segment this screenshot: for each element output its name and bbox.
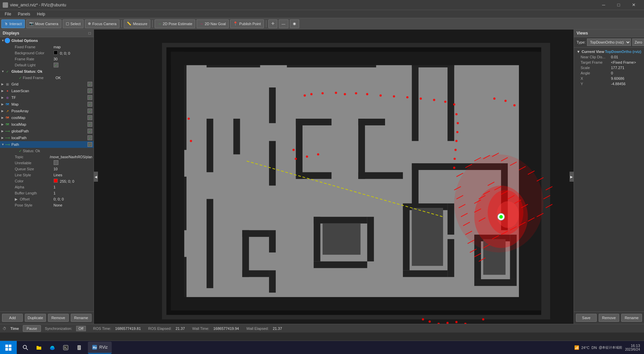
- costmap-checkbox[interactable]: [88, 115, 92, 120]
- path-offset-value[interactable]: 0; 0; 0: [54, 197, 93, 201]
- globalpath-row[interactable]: ▶ ⟶ globalPath: [0, 128, 94, 134]
- interact-button[interactable]: 🖱 Interact: [1, 19, 25, 28]
- views-zero-button[interactable]: Zero: [632, 39, 644, 46]
- global-status-row[interactable]: ▼ ✓ Global Status: Ok: [0, 68, 94, 75]
- add-button[interactable]: Add: [2, 314, 23, 322]
- path-arrow[interactable]: ▼: [1, 143, 5, 146]
- svg-rect-19: [447, 61, 454, 141]
- path-row[interactable]: ▼ ⟶ Path: [0, 141, 94, 148]
- svg-point-142: [23, 345, 26, 349]
- expand-arrow[interactable]: ▼: [577, 50, 580, 54]
- localpath-icon: ⟶: [5, 135, 10, 140]
- extra-btn-2[interactable]: —: [279, 19, 288, 28]
- localmap-arrow[interactable]: ▶: [1, 123, 5, 126]
- map-row[interactable]: ▶ 🗺 Map: [0, 101, 94, 108]
- globalpath-arrow[interactable]: ▶: [1, 129, 5, 133]
- bg-color-swatch: [54, 51, 58, 55]
- viewport[interactable]: ◀: [94, 30, 574, 324]
- displays-collapse-icon[interactable]: □: [89, 31, 91, 36]
- y-value[interactable]: -4.88456: [611, 82, 642, 86]
- sync-value[interactable]: Off: [76, 326, 86, 331]
- grid-arrow[interactable]: ▶: [1, 82, 5, 86]
- extra-btn-1[interactable]: ✛: [268, 19, 277, 28]
- rename-button[interactable]: Rename: [71, 314, 92, 322]
- path-topic-value[interactable]: /move_base/NavfnROS/plan: [50, 155, 92, 159]
- localmap-row[interactable]: ▶ 🗺 localMap: [0, 121, 94, 128]
- remove-button[interactable]: Remove: [48, 314, 69, 322]
- map-arrow[interactable]: ▶: [1, 103, 5, 106]
- default-light-value[interactable]: [54, 63, 93, 67]
- costmap-row[interactable]: ▶ 🗺 costMap: [0, 114, 94, 121]
- tf-row[interactable]: ▶ ⊗ TF: [0, 94, 94, 101]
- rviz-taskbar-app[interactable]: Rv RViz: [88, 342, 112, 354]
- target-frame-value[interactable]: <Fixed Frame>: [611, 60, 642, 64]
- path-buffer-value[interactable]: 1: [54, 191, 93, 195]
- tf-arrow[interactable]: ▶: [1, 96, 5, 99]
- path-unreliable-label: Unreliable: [1, 161, 54, 165]
- edge-btn[interactable]: [46, 342, 58, 354]
- pause-button[interactable]: Pause: [23, 325, 41, 332]
- global-options-arrow[interactable]: ▼: [1, 39, 5, 42]
- select-button[interactable]: ▢ Select: [63, 19, 84, 28]
- views-rename-button[interactable]: Rename: [621, 314, 642, 322]
- scale-value[interactable]: 177.271: [611, 66, 642, 70]
- global-options-row[interactable]: ▼ 🌐 Global Options: [0, 37, 94, 44]
- global-status-arrow[interactable]: ▼: [1, 70, 5, 73]
- x-value[interactable]: 9.60686: [611, 76, 642, 80]
- menu-help[interactable]: Help: [34, 11, 49, 17]
- costmap-arrow[interactable]: ▶: [1, 116, 5, 119]
- bg-color-value[interactable]: 0; 0; 0: [54, 51, 93, 55]
- frame-rate-value[interactable]: 30: [54, 57, 93, 61]
- extra-btn-3[interactable]: ◉: [290, 19, 299, 28]
- publish-point-button[interactable]: 📍 Publish Point: [230, 19, 264, 28]
- terminal-btn[interactable]: [60, 342, 72, 354]
- path-posestyle-value[interactable]: None: [54, 203, 93, 207]
- localpath-checkbox[interactable]: [88, 135, 92, 140]
- localpath-arrow[interactable]: ▶: [1, 136, 5, 139]
- focus-camera-button[interactable]: ⊕ Focus Camera: [85, 19, 119, 28]
- measure-button[interactable]: 📏 Measure: [124, 19, 150, 28]
- path-alpha-value[interactable]: 1: [54, 185, 93, 189]
- search-taskbar-btn[interactable]: [19, 342, 32, 354]
- collapse-right-btn[interactable]: ▶: [570, 172, 574, 182]
- laserscan-arrow[interactable]: ▶: [1, 89, 5, 93]
- path-unreliable-checkbox[interactable]: [54, 160, 58, 165]
- views-remove-button[interactable]: Remove: [599, 314, 620, 322]
- grid-checkbox[interactable]: [88, 82, 92, 86]
- nav-goal-button[interactable]: → 2D Nav Goal: [197, 19, 229, 28]
- minimize-button[interactable]: ─: [596, 0, 611, 10]
- collapse-left-btn[interactable]: ◀: [94, 172, 98, 182]
- path-unreliable-value[interactable]: [54, 160, 93, 166]
- tf-checkbox[interactable]: [88, 95, 92, 100]
- start-button[interactable]: [0, 341, 17, 354]
- laserscan-checkbox[interactable]: [88, 88, 92, 93]
- duplicate-button[interactable]: Duplicate: [25, 314, 46, 322]
- map-checkbox[interactable]: [88, 102, 92, 107]
- posearray-row[interactable]: ▶ ↗ PoseArray: [0, 108, 94, 114]
- angle-value[interactable]: 0: [611, 71, 642, 75]
- pose-estimate-button[interactable]: → 2D Pose Estimate: [155, 19, 195, 28]
- close-button[interactable]: ✕: [626, 0, 641, 10]
- laserscan-row[interactable]: ▶ ✦ LaserScan: [0, 87, 94, 94]
- localmap-checkbox[interactable]: [88, 122, 92, 127]
- globalpath-checkbox[interactable]: [88, 129, 92, 133]
- posearray-arrow[interactable]: ▶: [1, 109, 5, 113]
- grid-row[interactable]: ▶ ⊞ Grid: [0, 81, 94, 87]
- path-linestyle-value[interactable]: Lines: [54, 173, 93, 177]
- move-camera-button[interactable]: 📷 Move Camera: [26, 19, 61, 28]
- path-color-value[interactable]: 255; 0; 0: [54, 179, 93, 183]
- menu-panels[interactable]: Panels: [14, 11, 34, 17]
- path-queue-value[interactable]: 10: [54, 167, 93, 171]
- posearray-checkbox[interactable]: [88, 109, 92, 113]
- maximize-button[interactable]: □: [611, 0, 626, 10]
- views-type-select[interactable]: TopDownOrtho (rviz): [587, 39, 631, 46]
- localpath-row[interactable]: ▶ ⟶ localPath: [0, 134, 94, 141]
- file-explorer-btn[interactable]: [33, 342, 45, 354]
- menu-file[interactable]: File: [1, 11, 14, 17]
- default-light-checkbox[interactable]: [54, 63, 58, 67]
- path-checkbox[interactable]: [88, 142, 92, 147]
- files-btn[interactable]: [73, 342, 85, 354]
- near-clip-value[interactable]: 0.01: [611, 55, 642, 59]
- views-save-button[interactable]: Save: [576, 314, 597, 322]
- fixed-frame-value[interactable]: map: [54, 45, 93, 49]
